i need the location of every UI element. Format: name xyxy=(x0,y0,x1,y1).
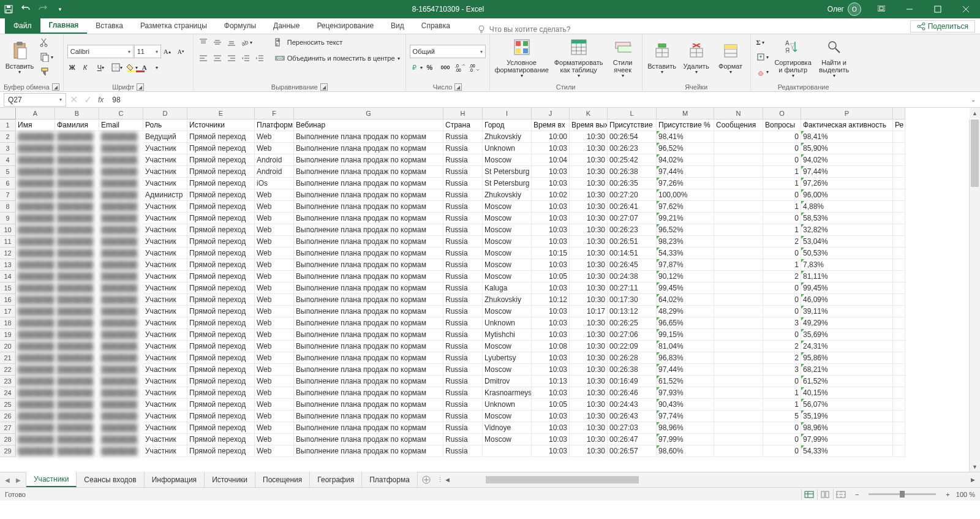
cell[interactable]: Russia xyxy=(443,143,483,154)
cell[interactable]: 48,29% xyxy=(657,306,714,317)
row-header[interactable]: 10 xyxy=(0,224,16,236)
cell[interactable]: ███████ xyxy=(55,329,99,341)
header-cell[interactable]: Роль xyxy=(143,119,187,131)
column-header[interactable]: D xyxy=(143,108,187,119)
cell[interactable]: Участник xyxy=(143,236,187,248)
cell[interactable]: Russia xyxy=(443,364,483,376)
cell[interactable]: 1 xyxy=(763,166,801,178)
cell[interactable]: 10:00 xyxy=(532,131,570,143)
cell[interactable]: Участник xyxy=(143,259,187,271)
wrap-text-button[interactable]: abcПереносить текст xyxy=(273,36,402,49)
cell[interactable]: Администр xyxy=(143,189,187,201)
font-size-combo[interactable]: 11▾ xyxy=(134,45,161,58)
cell[interactable] xyxy=(714,143,763,154)
name-box[interactable]: Q27▾ xyxy=(4,93,66,107)
cell[interactable]: ███████ xyxy=(99,201,143,213)
cell[interactable]: ███████ xyxy=(99,189,143,201)
cell[interactable]: ███████ xyxy=(55,236,99,248)
cell[interactable]: ███████ xyxy=(55,294,99,306)
cell[interactable]: ███████ xyxy=(99,154,143,166)
cell[interactable]: 10:30 xyxy=(570,341,608,352)
increase-indent-icon[interactable] xyxy=(254,51,267,65)
cell[interactable]: 99,21% xyxy=(657,213,714,224)
cell[interactable] xyxy=(714,189,763,201)
cell[interactable]: 10:30 xyxy=(570,213,608,224)
cell[interactable]: 10:30 xyxy=(570,189,608,201)
cell[interactable] xyxy=(893,329,905,341)
cell[interactable]: Участник xyxy=(143,282,187,294)
cell[interactable]: Выполнение плана продаж по кормам xyxy=(294,376,443,387)
cell[interactable]: 10:03 xyxy=(532,306,570,317)
cell[interactable]: 00:24:43 xyxy=(608,399,657,411)
header-cell[interactable]: Фамилия xyxy=(55,119,99,131)
cell[interactable]: 10:03 xyxy=(532,434,570,445)
cell[interactable]: Russia xyxy=(443,166,483,178)
cell[interactable]: Web xyxy=(255,271,294,282)
cell[interactable]: 54,33% xyxy=(657,248,714,259)
cell[interactable]: Прямой переход xyxy=(187,143,255,154)
cell[interactable]: 68,21% xyxy=(801,364,893,376)
column-header[interactable]: N xyxy=(714,108,763,119)
cell[interactable]: Прямой переход xyxy=(187,189,255,201)
sheet-prev-icon[interactable]: ◀ xyxy=(5,477,10,483)
cell[interactable]: 1 xyxy=(763,178,801,189)
cell[interactable]: ███████ xyxy=(55,224,99,236)
cell[interactable] xyxy=(893,352,905,364)
cell[interactable] xyxy=(893,341,905,352)
cell[interactable] xyxy=(483,445,532,457)
cell[interactable]: ███████ xyxy=(55,154,99,166)
cell[interactable] xyxy=(714,213,763,224)
cell[interactable]: Russia xyxy=(443,376,483,387)
cell[interactable]: Выполнение плана продаж по кормам xyxy=(294,224,443,236)
cell[interactable]: 10:03 xyxy=(532,259,570,271)
cell[interactable]: Web xyxy=(255,329,294,341)
cell[interactable] xyxy=(714,329,763,341)
cell[interactable]: Web xyxy=(255,143,294,154)
cell[interactable]: Участник xyxy=(143,154,187,166)
cell[interactable]: 97,62% xyxy=(657,201,714,213)
cell[interactable]: 10:30 xyxy=(570,236,608,248)
cell[interactable]: Выполнение плана продаж по кормам xyxy=(294,271,443,282)
expand-formula-bar-icon[interactable]: ⌄ xyxy=(967,96,980,103)
cell[interactable]: 90,12% xyxy=(657,271,714,282)
cell[interactable]: 98,96% xyxy=(801,422,893,434)
underline-icon[interactable]: Ч▾ xyxy=(96,61,109,74)
header-cell[interactable]: Присутствие % xyxy=(657,119,714,131)
row-header[interactable]: 3 xyxy=(0,143,16,154)
border-icon[interactable]: ▾ xyxy=(110,61,124,74)
tab-insert[interactable]: Вставка xyxy=(87,18,132,34)
cell[interactable]: Выполнение плана продаж по кормам xyxy=(294,143,443,154)
cell[interactable]: 00:25:42 xyxy=(608,154,657,166)
tell-me-search[interactable]: Что вы хотите сделать? xyxy=(477,25,571,34)
cell[interactable]: 90,43% xyxy=(657,399,714,411)
cell[interactable]: 10:30 xyxy=(570,143,608,154)
cell[interactable] xyxy=(714,131,763,143)
cell[interactable]: Web xyxy=(255,306,294,317)
cell[interactable]: Выполнение плана продаж по кормам xyxy=(294,341,443,352)
cell[interactable]: ███████ xyxy=(16,166,55,178)
cell[interactable]: ███████ xyxy=(99,271,143,282)
cell[interactable]: Ведущий xyxy=(143,131,187,143)
header-cell[interactable]: Город xyxy=(483,119,532,131)
row-header[interactable]: 20 xyxy=(0,341,16,352)
row-header[interactable]: 28 xyxy=(0,434,16,445)
cell[interactable]: ███████ xyxy=(16,294,55,306)
row-header[interactable]: 6 xyxy=(0,178,16,189)
cell[interactable]: 00:27:11 xyxy=(608,282,657,294)
cell[interactable]: Russia xyxy=(443,259,483,271)
cell[interactable]: ███████ xyxy=(16,317,55,329)
cell[interactable] xyxy=(893,224,905,236)
row-header[interactable]: 2 xyxy=(0,131,16,143)
row-header[interactable]: 17 xyxy=(0,306,16,317)
cell[interactable]: Прямой переход xyxy=(187,248,255,259)
row-header[interactable]: 29 xyxy=(0,445,16,457)
enter-formula-icon[interactable]: ✓ xyxy=(84,94,92,105)
undo-icon[interactable] xyxy=(17,0,34,18)
cell[interactable]: 94,02% xyxy=(801,154,893,166)
cell[interactable]: ███████ xyxy=(99,131,143,143)
cell[interactable]: ███████ xyxy=(55,178,99,189)
cell[interactable]: 58,53% xyxy=(801,213,893,224)
cell[interactable]: Прямой переход xyxy=(187,341,255,352)
cell[interactable]: Russia xyxy=(443,445,483,457)
row-header[interactable]: 22 xyxy=(0,364,16,376)
